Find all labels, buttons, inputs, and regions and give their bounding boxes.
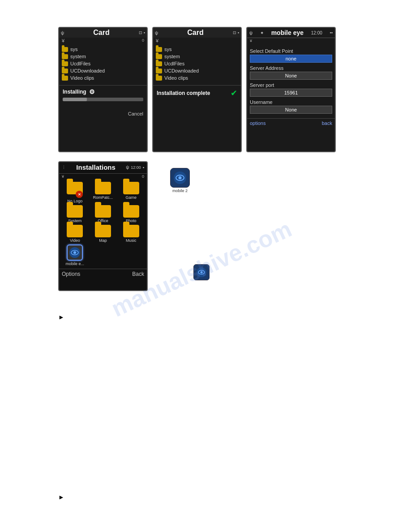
app-item-rompatch[interactable]: RomPatc... [90, 182, 116, 203]
app-item-video[interactable]: Video [62, 225, 88, 243]
username-label: Username [250, 99, 332, 105]
progress-bar-fill-1 [63, 98, 87, 101]
mobile-eye-desktop-icon[interactable] [170, 168, 190, 188]
file-item: UCDownloaded [62, 67, 144, 74]
app-item-game[interactable]: Game [118, 182, 144, 203]
nologo-badge: ✕ [76, 191, 83, 198]
app-label-game: Game [125, 195, 137, 200]
folder-icon-map [95, 225, 111, 237]
signal-sub-2: ¥ [156, 38, 158, 43]
bullet-arrow-1: ► [58, 313, 64, 321]
scroll-top-1: ¥ [62, 38, 64, 43]
file-item: UcdlFiles [156, 60, 238, 67]
screen3-time: 12:00 [311, 30, 322, 35]
folder-icon [156, 76, 162, 81]
back-button-4[interactable]: Back [132, 271, 144, 277]
install-text-1: Installing [63, 89, 86, 95]
inst-title-bar: ⋮ Installations ψ 12:00 ▪ [59, 162, 147, 174]
folder-icon [62, 76, 68, 81]
folder-icon-game [123, 182, 139, 194]
floating-icon-2-svg [196, 266, 207, 278]
server-port-label: Server port [250, 82, 332, 88]
gear-icon-1: ⚙ [89, 88, 95, 95]
server-address-field[interactable]: None [250, 72, 332, 80]
status-bar-1: ψ Card ⊡ ▪ [59, 28, 147, 38]
cancel-button-1[interactable]: Cancel [59, 108, 147, 119]
file-item: UcdlFiles [62, 60, 144, 67]
folder-icon [62, 47, 68, 52]
screen2-title: Card [187, 29, 203, 37]
file-name: system [70, 54, 86, 59]
battery-icon-1: ▪ [144, 30, 145, 35]
battery-3: ▪▪ [330, 30, 333, 35]
file-name: UcdlFiles [70, 61, 90, 66]
username-field[interactable]: None [250, 106, 332, 114]
screen3-title: mobile eye [271, 29, 304, 36]
no-logo-icon-container: ✕ [67, 182, 83, 198]
options-button-3[interactable]: options [250, 120, 265, 126]
progress-bar-bg-1 [63, 98, 143, 101]
file-item: system [156, 53, 238, 60]
file-item: Video clips [62, 74, 144, 82]
server-port-field[interactable]: 15961 [250, 89, 332, 97]
back-button-3[interactable]: back [322, 120, 332, 126]
install-area-1: Installing ⚙ [59, 85, 147, 104]
options-button-4[interactable]: Options [62, 271, 80, 277]
mobile-eye-svg [68, 246, 81, 259]
file-name: UCDownloaded [70, 68, 105, 73]
app-item-photo[interactable]: Photo [118, 205, 144, 223]
screen-installations: ⋮ Installations ψ 12:00 ▪ ¥ 0 ✕ No Log [58, 161, 148, 291]
file-name: sys [70, 47, 78, 52]
app-item-map[interactable]: Map [90, 225, 116, 243]
file-list-2: sys system UcdlFiles UCDownloaded Video … [153, 44, 241, 83]
time-4: 12:00 [131, 165, 141, 170]
app-grid: ✕ No Logo RomPatc... Game System [59, 179, 147, 269]
inst-footer: Options Back [59, 269, 147, 279]
app-item-music[interactable]: Music [118, 225, 144, 243]
settings-body: Select Default Point none Server Address… [247, 43, 335, 116]
select-default-point-field[interactable]: none [250, 55, 332, 63]
folder-icon-system [67, 205, 83, 218]
bullet-arrow-2: ► [58, 493, 64, 501]
folder-icon-music [123, 225, 139, 237]
file-item: sys [156, 46, 238, 53]
folder-icon [62, 61, 68, 66]
folder-icon [156, 61, 162, 66]
screen-card-installing: ψ Card ⊡ ▪ ¥ 0 sys system UcdlFiles [58, 27, 148, 152]
file-list-1: sys system UcdlFiles UCDownloaded Video … [59, 44, 147, 83]
battery-4: ▪ [143, 165, 144, 170]
folder-icon [156, 69, 162, 73]
floating-icon-2[interactable] [193, 264, 210, 280]
desktop-icon-svg [173, 171, 187, 185]
top-row: ψ Card ⊡ ▪ ¥ 0 sys system UcdlFiles [0, 0, 411, 157]
file-name: system [164, 54, 180, 59]
app-label-mobile-eye: mobile e... [66, 262, 85, 266]
icon1-label: mobile 2 [172, 189, 188, 193]
checkmark-icon: ✔ [231, 88, 237, 98]
wifi-icon-1: ⊡ [139, 30, 142, 35]
settings-title-bar: ψ ✦ mobile eye 12:00 ▪▪ [247, 28, 335, 38]
file-item: Video clips [156, 74, 238, 82]
battery-icon-2: ▪ [238, 30, 239, 35]
folder-icon [156, 47, 162, 52]
cancel-label-1: Cancel [128, 111, 143, 116]
app-item-nologo[interactable]: ✕ No Logo [62, 182, 88, 203]
folder-icon-photo [123, 205, 139, 218]
app-label-video: Video [70, 238, 80, 243]
scroll-num-1: 0 [142, 38, 144, 43]
svg-point-5 [179, 176, 182, 180]
screen-mobile-eye-settings: ψ ✦ mobile eye 12:00 ▪▪ ¥ Select Default… [246, 27, 336, 152]
file-item: system [62, 53, 144, 60]
app-item-mobile-eye[interactable]: mobile e... [62, 245, 88, 266]
svg-point-8 [201, 271, 203, 274]
signal-1: ψ [61, 30, 64, 35]
app-item-system[interactable]: System [62, 205, 88, 223]
app-label-rompatch: RomPatc... [93, 195, 113, 200]
folder-icon [62, 69, 68, 73]
settings-footer: options back [247, 118, 335, 128]
folder-icon-rompatch [95, 182, 111, 194]
app-item-office[interactable]: Office [90, 205, 116, 223]
inst-icons-row: ψ 12:00 ▪ [126, 165, 144, 170]
screen4-title: Installations [76, 163, 116, 171]
server-address-label: Server Address [250, 65, 332, 71]
